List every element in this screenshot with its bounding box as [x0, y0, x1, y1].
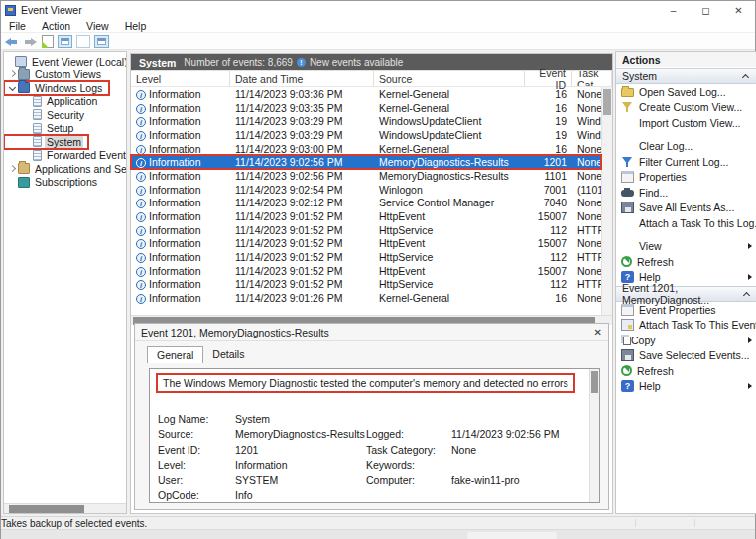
action-item[interactable]: Help	[616, 379, 756, 395]
toolbar-icon[interactable]	[58, 35, 72, 48]
actions-section-system[interactable]: System	[616, 68, 756, 84]
menu-item[interactable]: Action	[34, 20, 78, 32]
action-item[interactable]: Import Custom View...	[616, 115, 756, 131]
collapse-icon[interactable]	[743, 290, 750, 298]
event-row[interactable]: iInformation 11/14/2023 9:01:26 PM Kerne…	[131, 291, 601, 305]
close-button[interactable]: ✕	[722, 1, 755, 19]
status-separator	[635, 519, 636, 527]
event-row[interactable]: iInformation 11/14/2023 9:01:52 PM HttpS…	[131, 278, 601, 292]
scrollbar-thumb[interactable]	[591, 371, 598, 393]
column-header-level[interactable]: Level	[131, 71, 230, 86]
event-viewer-window: Event Viewer – ◻ ✕ FileActionViewHelp Ev…	[0, 0, 756, 539]
event-row[interactable]: iInformation 11/14/2023 9:03:35 PM Kerne…	[131, 101, 601, 115]
event-level: Information	[149, 237, 201, 249]
action-icon	[621, 88, 634, 97]
action-item[interactable]: Attach a Task To this Log...	[616, 215, 756, 231]
event-row[interactable]: iInformation 11/14/2023 9:02:12 PM Servi…	[131, 197, 601, 210]
tree-item[interactable]: Applications and Services Log	[4, 162, 127, 176]
event-row[interactable]: iInformation 11/14/2023 9:01:52 PM HttpS…	[131, 250, 601, 264]
event-source: HttpEvent	[374, 237, 525, 249]
actions-system-items: Open Saved Log... Create Custom View... …	[616, 84, 756, 285]
tree-item[interactable]: Setup	[4, 122, 80, 136]
event-row[interactable]: iInformation 11/14/2023 9:02:54 PM Winlo…	[131, 183, 601, 197]
event-row[interactable]: iInformation 11/14/2023 9:01:52 PM HttpS…	[131, 223, 601, 237]
action-item[interactable]: Save All Events As...	[616, 201, 756, 216]
action-icon	[621, 304, 634, 316]
action-item[interactable]: Save Selected Events...	[616, 348, 756, 364]
event-row[interactable]: iInformation 11/14/2023 9:03:00 PM Kerne…	[131, 142, 601, 156]
action-item[interactable]: View	[616, 239, 756, 255]
column-header-source[interactable]: Source	[374, 71, 525, 86]
menu-item[interactable]: Help	[117, 20, 155, 32]
tree-item[interactable]: Custom Views	[4, 68, 108, 82]
information-level-icon: i	[136, 131, 146, 141]
action-item[interactable]: Open Saved Log...	[616, 84, 756, 100]
events-vertical-scrollbar[interactable]	[601, 87, 612, 315]
event-row[interactable]: iInformation 11/14/2023 9:02:56 PM Memor…	[131, 169, 601, 183]
tree-item[interactable]: Forwarded Events	[4, 149, 127, 163]
tab-general[interactable]: General	[147, 346, 203, 363]
menu-item[interactable]: View	[78, 20, 117, 32]
collapse-icon[interactable]	[742, 72, 750, 80]
action-item[interactable]: Clear Log...	[616, 139, 756, 155]
detail-title: Event 1201, MemoryDiagnostics-Results	[141, 327, 329, 338]
event-row[interactable]: iInformation 11/14/2023 9:03:29 PM Windo…	[131, 114, 601, 128]
detail-vertical-scrollbar[interactable]	[589, 369, 599, 502]
action-icon	[621, 217, 634, 229]
event-row[interactable]: iInformation 11/14/2023 9:02:56 PM Memor…	[131, 155, 601, 169]
event-row[interactable]: iInformation 11/14/2023 9:03:29 PM Windo…	[131, 128, 601, 142]
detail-close-icon[interactable]: ✕	[594, 327, 602, 337]
action-item[interactable]: Filter Current Log...	[616, 154, 756, 170]
action-item[interactable]: Refresh	[616, 363, 756, 379]
tree-item[interactable]: System	[4, 135, 88, 149]
toolbar-icon[interactable]	[23, 35, 38, 48]
event-row[interactable]: iInformation 11/14/2023 9:01:52 PM HttpE…	[131, 237, 601, 251]
expander-icon[interactable]	[8, 83, 18, 93]
tree-horizontal-scrollbar[interactable]	[4, 503, 126, 513]
column-header-event-id[interactable]: Event ID	[525, 71, 572, 86]
maximize-button[interactable]: ◻	[690, 1, 722, 19]
tree-item[interactable]: Event Viewer (Local)	[4, 55, 127, 68]
toolbar-icon[interactable]	[94, 35, 109, 48]
actions-section-event[interactable]: Event 1201, MemoryDiagnost...	[616, 286, 756, 302]
event-task-category: None	[572, 170, 601, 182]
submenu-arrow-icon	[748, 337, 752, 343]
event-level: Information	[149, 251, 201, 263]
event-level: Information	[149, 224, 201, 236]
action-item[interactable]: Copy	[616, 333, 756, 348]
tree-item[interactable]: Subscriptions	[4, 176, 104, 190]
toolbar-icon[interactable]	[4, 35, 19, 48]
field-value-user: SYSTEM	[235, 474, 366, 486]
event-row[interactable]: iInformation 11/14/2023 9:03:36 PM Kerne…	[131, 87, 601, 101]
event-row[interactable]: iInformation 11/14/2023 9:01:52 PM HttpE…	[131, 209, 601, 223]
event-date: 11/14/2023 9:03:00 PM	[230, 143, 374, 155]
status-separator	[694, 519, 695, 527]
action-item[interactable]: Attach Task To This Event...	[616, 318, 756, 334]
tree-item-icon	[18, 163, 30, 174]
tab-details[interactable]: Details	[203, 346, 253, 363]
expander-icon[interactable]	[8, 164, 18, 174]
event-row[interactable]: iInformation 11/14/2023 9:01:52 PM HttpE…	[131, 264, 601, 278]
action-item[interactable]: Refresh	[616, 254, 756, 270]
event-id: 15007	[525, 237, 572, 249]
toolbar-icon[interactable]	[42, 35, 54, 48]
event-source: HttpEvent	[374, 265, 525, 277]
tree-item[interactable]: Application	[4, 95, 104, 109]
event-date: 11/14/2023 9:03:29 PM	[230, 129, 374, 141]
log-name: System	[139, 57, 176, 68]
action-item[interactable]: Create Custom View...	[616, 100, 756, 116]
minimize-button[interactable]: –	[657, 1, 690, 19]
expander-icon[interactable]	[8, 69, 18, 79]
action-icon	[621, 190, 634, 197]
toolbar-icon[interactable]	[76, 35, 90, 48]
scrollbar-thumb[interactable]	[9, 505, 84, 513]
menu-item[interactable]: File	[1, 20, 34, 32]
event-level: Information	[149, 278, 201, 290]
column-header-task-cat[interactable]: Task Cat	[572, 71, 612, 86]
column-header-date[interactable]: Date and Time	[230, 71, 374, 86]
tree-item[interactable]: Windows Logs	[4, 81, 109, 95]
scrollbar-thumb[interactable]	[603, 89, 611, 115]
action-item[interactable]: Find...	[616, 185, 756, 201]
tree-item[interactable]: Security	[4, 108, 91, 122]
action-item[interactable]: Properties	[616, 170, 756, 186]
